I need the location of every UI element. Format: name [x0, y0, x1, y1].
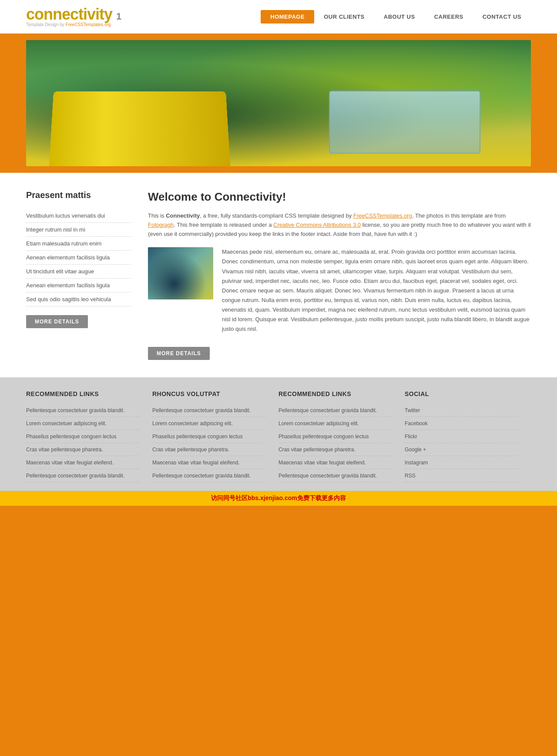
sidebar-link[interactable]: Ut tincidunt elit vitae augue: [26, 268, 94, 275]
footer-col-1: RECOMMENDED LINKS Pellentesque consectet…: [26, 390, 152, 482]
footer-link[interactable]: Phasellus pellentesque conguen lectus: [278, 433, 369, 440]
watermark-bar: 访问同号社区bbs.xjenjiao.com免费下载更多内容: [0, 491, 557, 506]
cable-transparent: [329, 91, 480, 154]
list-item: RSS: [405, 469, 518, 482]
list-item: Cras vitae pellentesque pharetra.: [278, 443, 392, 456]
list-item: Phasellus pellentesque conguen lectus: [26, 430, 139, 443]
list-item: Lorem consectetuer adipiscing elit.: [152, 417, 265, 430]
list-item: Lorem consectetuer adipiscing elit.: [26, 417, 139, 430]
footer-link[interactable]: Phasellus pellentesque conguen lectus: [152, 433, 242, 440]
footer-link[interactable]: Google +: [405, 447, 426, 453]
cable-yellow: [49, 91, 231, 166]
sidebar-link[interactable]: Vestibulum luctus venenatis dui: [26, 212, 105, 219]
logo-link[interactable]: FreeCSSTemplates.org: [66, 22, 111, 27]
footer-col4-heading: SOCIAL: [405, 390, 518, 397]
main-content: Praesent mattis Vestibulum luctus venena…: [0, 173, 557, 377]
footer-col3-list: Pellentesque consectetuer gravida blandi…: [278, 404, 392, 482]
hero-image: [26, 40, 531, 166]
footer-col2-heading: RHONCUS VOLUTPAT: [152, 390, 265, 397]
list-item: Instagram: [405, 456, 518, 469]
footer-link[interactable]: Pellentesque consectetuer gravida blandi…: [26, 407, 124, 413]
nav-our-clients[interactable]: OUR CLIENTS: [314, 10, 374, 24]
footer-col1-heading: RECOMMENDED LINKS: [26, 390, 139, 397]
list-item: Google +: [405, 443, 518, 456]
content-more-button[interactable]: MORE DETAILS: [148, 347, 210, 360]
list-item: Facebook: [405, 417, 518, 430]
sidebar: Praesent mattis Vestibulum luctus venena…: [26, 190, 131, 360]
footer-link[interactable]: Cras vitae pellentesque pharetra.: [278, 447, 356, 453]
content-block: Maecenas pede nisl, elementum eu, ornare…: [148, 247, 531, 334]
hero-section: [0, 34, 557, 173]
list-item: Cras vitae pellentesque pharetra.: [152, 443, 265, 456]
nav-contact-us[interactable]: CONTACT US: [473, 10, 531, 24]
nav-homepage[interactable]: HOMEPAGE: [261, 10, 314, 24]
footer-col1-list: Pellentesque consectetuer gravida blandi…: [26, 404, 139, 482]
content-image-inner: [148, 247, 213, 299]
sidebar-link[interactable]: Aenean elementum facilisis ligula: [26, 254, 110, 261]
header: connectivity 1 Template Design by FreeCS…: [0, 0, 557, 34]
logo: connectivity 1 Template Design by FreeCS…: [26, 7, 121, 27]
footer-link[interactable]: Lorem consectetuer adipiscing elit.: [152, 420, 233, 427]
footer-col-3: RECOMMENDED LINKS Pellentesque consectet…: [278, 390, 405, 482]
sidebar-link[interactable]: Integer rutrum nisl in mi: [26, 226, 85, 233]
sidebar-list-item: Etiam malesuada rutrum enim: [26, 237, 131, 251]
footer-link[interactable]: Maecenas vitae vitae feugiat eleifend.: [278, 460, 366, 466]
footer-link[interactable]: Flickr: [405, 433, 417, 440]
sidebar-heading: Praesent mattis: [26, 190, 131, 200]
sidebar-link[interactable]: Sed quis odio sagittis leo vehicula: [26, 296, 111, 302]
sidebar-list: Vestibulum luctus venenatis duiInteger r…: [26, 209, 131, 306]
footer-link[interactable]: Lorem consectetuer adipiscing elit.: [26, 420, 107, 427]
freecss-link[interactable]: FreeCSSTemplates.org: [353, 212, 412, 219]
footer-col-2: RHONCUS VOLUTPAT Pellentesque consectetu…: [152, 390, 278, 482]
list-item: Cras vitae pellentesque pharetra.: [26, 443, 139, 456]
list-item: Pellentesque consectetuer gravida blandi…: [26, 404, 139, 417]
sidebar-link[interactable]: Aenean elementum facilisis ligula: [26, 282, 110, 289]
list-item: Lorem consectetuer adipiscing elit.: [278, 417, 392, 430]
list-item: Phasellus pellentesque conguen lectus: [152, 430, 265, 443]
footer-link[interactable]: Facebook: [405, 420, 428, 427]
list-item: Maecenas vitae vitae feugiat eleifend.: [26, 456, 139, 469]
list-item: Pellentesque consectetuer gravida blandi…: [278, 404, 392, 417]
footer-link[interactable]: Pellentesque consectetuer gravida blandi…: [278, 473, 377, 479]
footer-link[interactable]: Instagram: [405, 460, 428, 466]
footer-link[interactable]: Pellentesque consectetuer gravida blandi…: [26, 473, 124, 479]
list-item: Pellentesque consectetuer gravida blandi…: [278, 469, 392, 482]
logo-subtitle: Template Design by FreeCSSTemplates.org: [26, 22, 121, 27]
nav-careers[interactable]: CAREERS: [425, 10, 473, 24]
article-intro: This is Connectivity, a free, fully stan…: [148, 212, 531, 239]
footer-link[interactable]: RSS: [405, 473, 416, 479]
article-content: Welcome to Connectivity! This is Connect…: [148, 190, 531, 360]
list-item: Pellentesque consectetuer gravida blandi…: [26, 469, 139, 482]
footer-link[interactable]: Cras vitae pellentesque pharetra.: [152, 447, 229, 453]
footer-link[interactable]: Maecenas vitae vitae feugiat eleifend.: [26, 460, 114, 466]
footer: RECOMMENDED LINKS Pellentesque consectet…: [0, 377, 557, 491]
footer-col-4: SOCIAL TwitterFacebookFlickrGoogle +Inst…: [405, 390, 531, 482]
footer-link[interactable]: Maecenas vitae vitae feugiat eleifend.: [152, 460, 240, 466]
footer-link[interactable]: Pellentesque consectetuer gravida blandi…: [278, 407, 377, 413]
footer-link[interactable]: Twitter: [405, 407, 420, 413]
list-item: Pellentesque consectetuer gravida blandi…: [152, 404, 265, 417]
footer-link[interactable]: Pellentesque consectetuer gravida blandi…: [152, 473, 251, 479]
footer-columns: RECOMMENDED LINKS Pellentesque consectet…: [26, 390, 531, 482]
list-item: Maecenas vitae vitae feugiat eleifend.: [278, 456, 392, 469]
content-image: [148, 247, 213, 299]
footer-link[interactable]: Lorem consectetuer adipiscing elit.: [278, 420, 359, 427]
sidebar-list-item: Ut tincidunt elit vitae augue: [26, 265, 131, 279]
nav-about-us[interactable]: ABOUT US: [374, 10, 425, 24]
fotograph-link[interactable]: Fotogragh: [148, 222, 174, 228]
list-item: Maecenas vitae vitae feugiat eleifend.: [152, 456, 265, 469]
watermark-text: 访问同号社区bbs.xjenjiao.com免费下载更多内容: [211, 494, 346, 501]
logo-text: connectivity: [26, 5, 112, 23]
footer-link[interactable]: Cras vitae pellentesque pharetra.: [26, 447, 103, 453]
list-item: Pellentesque consectetuer gravida blandi…: [152, 469, 265, 482]
article-body: Maecenas pede nisl, elementum eu, ornare…: [222, 247, 531, 334]
footer-col2-list: Pellentesque consectetuer gravida blandi…: [152, 404, 265, 482]
cc-link[interactable]: Creative Commons Attributions 3.0: [273, 222, 361, 228]
footer-col4-list: TwitterFacebookFlickrGoogle +InstagramRS…: [405, 404, 518, 482]
footer-link[interactable]: Pellentesque consectetuer gravida blandi…: [152, 407, 251, 413]
footer-link[interactable]: Phasellus pellentesque conguen lectus: [26, 433, 116, 440]
sidebar-list-item: Integer rutrum nisl in mi: [26, 223, 131, 237]
sidebar-more-button[interactable]: MORE DETAILS: [26, 315, 88, 328]
sidebar-link[interactable]: Etiam malesuada rutrum enim: [26, 240, 101, 247]
logo-title: connectivity 1: [26, 7, 121, 22]
